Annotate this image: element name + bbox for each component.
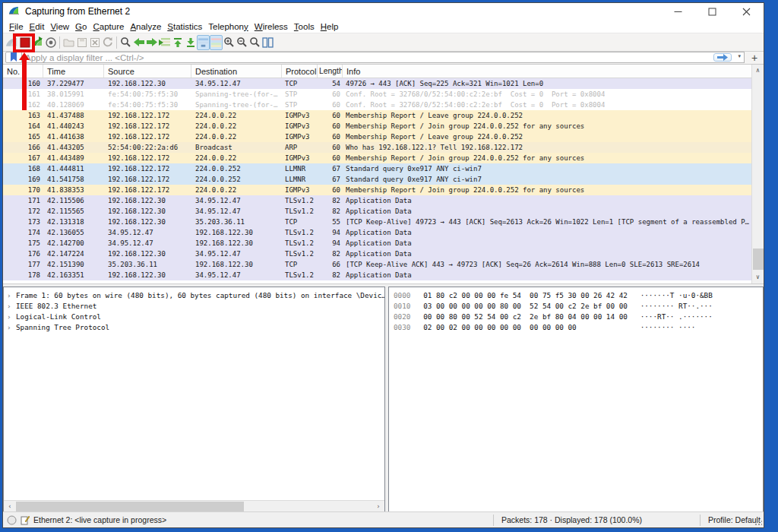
column-header-destination[interactable]: Destination [191,65,282,78]
column-header-time[interactable]: Time [43,65,104,78]
column-header-length[interactable]: Length [318,65,343,78]
go-back-icon[interactable] [132,35,145,50]
packet-row-164[interactable]: 16441.440243192.168.122.172224.0.0.22IGM… [3,121,764,131]
zoom-in-icon[interactable] [223,35,236,50]
menu-view[interactable]: View [47,21,72,32]
save-file-icon[interactable] [75,35,88,50]
column-header-protocol[interactable]: Protocol [282,65,318,78]
packet-row-173[interactable]: 17342.131318192.168.122.3035.203.36.11TC… [3,217,764,227]
cell-time: 41.443489 [43,153,104,163]
packet-row-168[interactable]: 16841.444811192.168.122.172224.0.0.252LL… [3,163,764,174]
close-button[interactable] [729,3,764,20]
detail-line-3[interactable]: ›Spanning Tree Protocol [4,322,384,333]
wireshark-logo-icon [8,5,21,17]
cell-proto: TLSv1.2 [282,238,318,249]
packet-row-169[interactable]: 16941.541758192.168.122.172224.0.0.252LL… [3,174,764,185]
minimize-button[interactable] [661,3,695,20]
packet-row-174[interactable]: 17442.13605534.95.12.47192.168.122.30TLS… [3,227,764,238]
hex-row-0010[interactable]: 0010 03 00 00 00 00 00 80 00 52 54 00 c2… [394,301,763,312]
cell-proto: TLSv1.2 [282,270,318,280]
packet-row-166[interactable]: 16641.44320552:54:00:22:2a:d6BroadcastAR… [3,142,764,153]
resize-grip[interactable] [754,518,762,526]
expand-arrow-icon[interactable]: › [7,290,16,301]
apply-filter-button[interactable] [713,53,732,62]
cell-time: 41.443205 [43,142,104,153]
go-top-icon[interactable] [171,35,184,50]
packet-row-161[interactable]: 16138.015991fe:54:00:75:f5:30Spanning-tr… [3,89,764,100]
cell-time: 41.444811 [43,163,104,174]
packet-row-167[interactable]: 16741.443489192.168.122.172224.0.0.22IGM… [3,153,764,163]
packet-row-177[interactable]: 17742.15139035.203.36.11192.168.122.30TC… [3,259,764,270]
hscrollbar-thumb[interactable] [16,502,244,511]
packet-list-vertical-scrollbar[interactable]: ∧ ∨ [751,65,764,283]
zoom-out-icon[interactable] [236,35,248,50]
close-file-icon[interactable] [88,35,101,50]
go-forward-icon[interactable] [145,35,158,50]
menu-go[interactable]: Go [72,21,90,32]
display-filter-input[interactable]: Apply a display filter ... <Ctrl-/> ▾ [22,52,745,63]
packet-row-175[interactable]: 17542.14270034.95.12.47192.168.122.30TLS… [3,238,764,249]
cell-proto: TLSv1.2 [282,249,318,259]
add-filter-button[interactable]: + [748,52,761,63]
cell-time: 42.151390 [43,259,104,270]
packet-row-172[interactable]: 17242.115565192.168.122.3034.95.12.47TLS… [3,206,764,217]
open-file-icon[interactable] [62,35,75,50]
cell-info: Standard query 0xe917 ANY ci-win7 [343,163,482,174]
menu-telephony[interactable]: Telephony [205,21,251,32]
detail-line-1[interactable]: ›IEEE 802.3 Ethernet [4,301,384,312]
cell-no: 163 [3,110,43,121]
packet-row-176[interactable]: 17642.147224192.168.122.3034.95.12.47TLS… [3,249,764,259]
packet-row-170[interactable]: 17041.838353192.168.122.172224.0.0.22IGM… [3,185,764,195]
packet-row-160[interactable]: 16037.229477192.168.122.3034.95.12.47TCP… [3,78,764,89]
reload-icon[interactable] [101,35,114,50]
expand-arrow-icon[interactable]: › [7,312,16,322]
expand-arrow-icon[interactable]: › [7,301,16,312]
colorize-icon[interactable] [210,35,223,50]
menu-tools[interactable]: Tools [291,21,318,32]
expert-info-icon[interactable] [7,515,17,525]
details-horizontal-scrollbar[interactable]: ‹ › [4,500,384,511]
packet-row-171[interactable]: 17142.115506192.168.122.3034.95.12.47TLS… [3,195,764,206]
cell-info: Membership Report / Join group 224.0.0.2… [343,185,584,195]
scroll-up-arrow[interactable]: ∧ [752,65,764,77]
cell-no: 165 [3,131,43,142]
resize-columns-icon[interactable] [261,35,274,50]
cell-proto: TCP [282,259,318,270]
find-packet-icon[interactable] [119,35,132,50]
column-header-source[interactable]: Source [104,65,191,78]
packet-row-163[interactable]: 16341.437488192.168.122.172224.0.0.22IGM… [3,110,764,121]
auto-scroll-icon[interactable] [197,35,210,50]
scroll-left-arrow[interactable]: ‹ [4,501,16,511]
menu-help[interactable]: Help [318,21,342,32]
detail-line-2[interactable]: ›Logical-Link Control [4,312,384,322]
maximize-button[interactable] [695,3,729,20]
menu-file[interactable]: File [6,21,27,32]
cell-proto: TLSv1.2 [282,227,318,238]
go-to-packet-icon[interactable] [158,35,171,50]
filter-dropdown-caret[interactable]: ▾ [738,53,741,59]
hex-row-0020[interactable]: 0020 00 00 80 00 52 54 00 c2 2e bf 80 04… [394,312,763,322]
expand-arrow-icon[interactable]: › [7,322,16,333]
packet-row-165[interactable]: 16541.441638192.168.122.172224.0.0.22IGM… [3,131,764,142]
hex-row-0000[interactable]: 0000 01 80 c2 00 00 00 fe 54 00 75 f5 30… [394,290,763,301]
cell-proto: LLMNR [282,163,318,174]
scrollbar-thumb[interactable] [753,249,764,270]
go-bottom-icon[interactable] [184,35,197,50]
menu-analyze[interactable]: Analyze [127,21,164,32]
zoom-reset-icon[interactable] [248,35,261,50]
cell-src: fe:54:00:75:f5:30 [104,100,191,110]
scroll-down-arrow[interactable]: ∨ [752,271,764,283]
menu-edit[interactable]: Edit [27,21,48,32]
hex-row-0030[interactable]: 0030 02 00 02 00 00 00 00 00 00 00 00 00… [394,322,763,333]
capture-options-icon[interactable] [44,35,57,50]
capture-comment-icon[interactable] [21,515,30,525]
detail-line-0[interactable]: ›Frame 1: 60 bytes on wire (480 bits), 6… [4,290,384,301]
menu-capture[interactable]: Capture [90,21,127,32]
packet-row-178[interactable]: 17842.163351192.168.122.3034.95.12.47TLS… [3,270,764,280]
scroll-right-arrow[interactable]: › [372,501,384,511]
menu-wireless[interactable]: Wireless [251,21,291,32]
packet-row-162[interactable]: 16240.128069fe:54:00:75:f5:30Spanning-tr… [3,100,764,110]
cell-len: 82 [318,249,343,259]
column-header-info[interactable]: Info [343,65,764,78]
menu-statistics[interactable]: Statistics [164,21,205,32]
